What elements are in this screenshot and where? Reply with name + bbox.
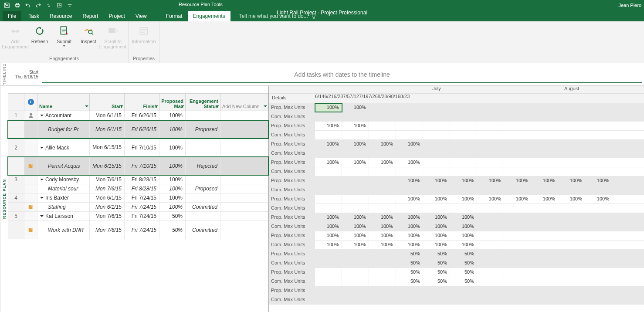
- row-number[interactable]: [8, 221, 24, 239]
- data-cell[interactable]: [342, 295, 369, 304]
- data-cell[interactable]: [423, 131, 450, 139]
- data-cell[interactable]: [477, 122, 504, 130]
- timephased-row[interactable]: Com. Max Units: [269, 167, 644, 176]
- data-cell[interactable]: 100%: [396, 231, 423, 240]
- data-cell[interactable]: [585, 286, 612, 295]
- table-row[interactable]: Work with DNRMon 7/6/15Fri 7/24/1550%Com…: [8, 221, 268, 239]
- details-header[interactable]: Details: [269, 94, 315, 103]
- data-cell[interactable]: [477, 277, 504, 286]
- cell-start[interactable]: Mon 7/6/15: [90, 221, 125, 239]
- timephased-row[interactable]: Com. Max Units100%100%100%100%100%100%: [269, 222, 644, 231]
- data-cell[interactable]: [477, 295, 504, 304]
- data-cell[interactable]: [477, 241, 504, 249]
- data-cell[interactable]: 100%: [342, 222, 369, 231]
- timephased-row[interactable]: Prop. Max Units100%100%: [269, 103, 644, 112]
- data-cell[interactable]: [504, 286, 531, 295]
- data-cell[interactable]: 100%: [315, 122, 342, 130]
- cell-name[interactable]: Staffing: [37, 203, 90, 211]
- cell-max[interactable]: 100%: [159, 139, 186, 156]
- cell-status[interactable]: Rejected: [186, 157, 220, 175]
- cell-status[interactable]: [186, 212, 220, 220]
- cell-status[interactable]: [186, 139, 220, 156]
- data-cell[interactable]: [369, 103, 396, 112]
- data-cell[interactable]: [477, 231, 504, 240]
- data-cell[interactable]: [450, 286, 477, 295]
- data-cell[interactable]: [450, 122, 477, 130]
- timephased-row[interactable]: Prop. Max Units100%100%100%100%: [269, 158, 644, 167]
- timephased-row[interactable]: Com. Max Units: [269, 186, 644, 195]
- cell-max[interactable]: 100%: [159, 184, 186, 193]
- row-number[interactable]: [8, 157, 24, 175]
- data-cell[interactable]: 100%: [396, 241, 423, 249]
- data-cell[interactable]: [450, 103, 477, 112]
- table-row[interactable]: StaffingMon 6/1/15Fri 7/24/15100%Committ…: [8, 203, 268, 212]
- data-cell[interactable]: 50%: [450, 250, 477, 258]
- data-cell[interactable]: [531, 295, 558, 304]
- data-cell[interactable]: [504, 186, 531, 194]
- data-cell[interactable]: [504, 122, 531, 130]
- data-cell[interactable]: [342, 186, 369, 194]
- cell-add[interactable]: [220, 193, 268, 202]
- row-number[interactable]: 5: [8, 212, 24, 220]
- data-cell[interactable]: [558, 250, 585, 258]
- cell-finish[interactable]: Fri 7/24/15: [125, 193, 159, 202]
- data-cell[interactable]: [531, 241, 558, 249]
- data-cell[interactable]: 50%: [450, 268, 477, 277]
- data-cell[interactable]: 100%: [585, 195, 612, 203]
- data-cell[interactable]: 50%: [423, 277, 450, 286]
- data-cell[interactable]: [396, 186, 423, 194]
- data-cell[interactable]: [315, 167, 342, 176]
- timephased-row[interactable]: Prop. Max Units100%100%: [269, 122, 644, 131]
- data-cell[interactable]: [342, 131, 369, 139]
- data-cell[interactable]: [531, 222, 558, 231]
- data-cell[interactable]: [531, 158, 558, 167]
- data-cell[interactable]: [531, 277, 558, 286]
- data-cell[interactable]: 50%: [423, 268, 450, 277]
- data-cell[interactable]: 100%: [450, 213, 477, 222]
- data-cell[interactable]: [531, 122, 558, 130]
- cell-name[interactable]: Permit Acquis: [37, 157, 90, 175]
- info-header[interactable]: i: [24, 94, 37, 111]
- data-cell[interactable]: [342, 250, 369, 258]
- data-cell[interactable]: [315, 112, 342, 121]
- data-cell[interactable]: [342, 204, 369, 213]
- timephased-row[interactable]: Prop. Max Units100%100%100%100%100%100%: [269, 213, 644, 222]
- data-cell[interactable]: 100%: [477, 195, 504, 203]
- data-cell[interactable]: [396, 204, 423, 213]
- data-cell[interactable]: 100%: [342, 231, 369, 240]
- cell-name[interactable]: Cody Moresby: [37, 175, 90, 184]
- link-icon[interactable]: [44, 1, 53, 10]
- data-cell[interactable]: [531, 250, 558, 258]
- qat-customize-icon[interactable]: [65, 1, 74, 10]
- data-cell[interactable]: [585, 241, 612, 249]
- week-header[interactable]: 7/12: [350, 94, 359, 103]
- data-cell[interactable]: 100%: [396, 158, 423, 167]
- data-cell[interactable]: [585, 186, 612, 194]
- tab-report[interactable]: Report: [77, 11, 103, 21]
- data-cell[interactable]: 100%: [315, 222, 342, 231]
- data-cell[interactable]: [585, 222, 612, 231]
- data-cell[interactable]: 50%: [423, 259, 450, 268]
- data-cell[interactable]: [558, 158, 585, 167]
- data-cell[interactable]: 100%: [531, 195, 558, 203]
- data-cell[interactable]: [558, 286, 585, 295]
- row-number[interactable]: 1: [8, 111, 24, 120]
- data-cell[interactable]: 50%: [396, 268, 423, 277]
- tab-project[interactable]: Project: [103, 11, 130, 21]
- cell-status[interactable]: [186, 175, 220, 184]
- timephased-row[interactable]: Prop. Max Units50%50%50%: [269, 250, 644, 259]
- data-cell[interactable]: [315, 286, 342, 295]
- data-cell[interactable]: 100%: [315, 213, 342, 222]
- data-cell[interactable]: [342, 112, 369, 121]
- cell-status[interactable]: Proposed: [186, 184, 220, 193]
- data-cell[interactable]: [585, 167, 612, 176]
- cell-finish[interactable]: Fri 7/24/15: [125, 212, 159, 220]
- data-cell[interactable]: [315, 277, 342, 286]
- cell-status[interactable]: [186, 111, 220, 120]
- data-cell[interactable]: 100%: [396, 140, 423, 149]
- data-cell[interactable]: [531, 186, 558, 194]
- data-cell[interactable]: [477, 259, 504, 268]
- data-cell[interactable]: [369, 295, 396, 304]
- data-cell[interactable]: [477, 103, 504, 112]
- row-number[interactable]: 4: [8, 193, 24, 202]
